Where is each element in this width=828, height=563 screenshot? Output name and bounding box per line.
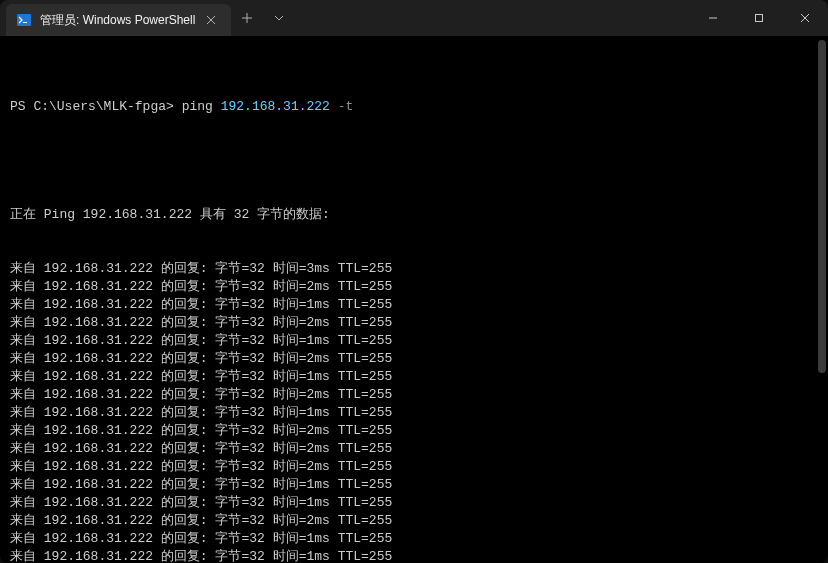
prompt-line: PS C:\Users\MLK-fpga> ping 192.168.31.22…: [10, 98, 818, 116]
blank-line: [10, 152, 818, 170]
ping-reply-line: 来自 192.168.31.222 的回复: 字节=32 时间=3ms TTL=…: [10, 260, 818, 278]
ping-intro: 正在 Ping 192.168.31.222 具有 32 字节的数据:: [10, 206, 818, 224]
powershell-icon: [16, 12, 32, 28]
titlebar-drag-area[interactable]: [295, 0, 690, 36]
maximize-button[interactable]: [736, 0, 782, 36]
ping-reply-line: 来自 192.168.31.222 的回复: 字节=32 时间=1ms TTL=…: [10, 494, 818, 512]
ping-reply-line: 来自 192.168.31.222 的回复: 字节=32 时间=1ms TTL=…: [10, 548, 818, 563]
svg-rect-0: [17, 14, 31, 26]
ping-reply-line: 来自 192.168.31.222 的回复: 字节=32 时间=1ms TTL=…: [10, 368, 818, 386]
ping-reply-line: 来自 192.168.31.222 的回复: 字节=32 时间=1ms TTL=…: [10, 530, 818, 548]
ping-reply-line: 来自 192.168.31.222 的回复: 字节=32 时间=1ms TTL=…: [10, 404, 818, 422]
new-tab-button[interactable]: [231, 0, 263, 36]
ping-reply-line: 来自 192.168.31.222 的回复: 字节=32 时间=2ms TTL=…: [10, 278, 818, 296]
ping-reply-line: 来自 192.168.31.222 的回复: 字节=32 时间=1ms TTL=…: [10, 332, 818, 350]
ping-reply-line: 来自 192.168.31.222 的回复: 字节=32 时间=1ms TTL=…: [10, 296, 818, 314]
tab-close-button[interactable]: [203, 12, 219, 28]
ping-reply-line: 来自 192.168.31.222 的回复: 字节=32 时间=2ms TTL=…: [10, 512, 818, 530]
ping-reply-line: 来自 192.168.31.222 的回复: 字节=32 时间=2ms TTL=…: [10, 350, 818, 368]
terminal-output[interactable]: PS C:\Users\MLK-fpga> ping 192.168.31.22…: [0, 36, 828, 563]
tab-dropdown-button[interactable]: [263, 0, 295, 36]
window-titlebar: 管理员: Windows PowerShell: [0, 0, 828, 36]
ping-reply-line: 来自 192.168.31.222 的回复: 字节=32 时间=2ms TTL=…: [10, 440, 818, 458]
ping-reply-line: 来自 192.168.31.222 的回复: 字节=32 时间=2ms TTL=…: [10, 314, 818, 332]
tab-title: 管理员: Windows PowerShell: [40, 12, 195, 29]
ping-reply-line: 来自 192.168.31.222 的回复: 字节=32 时间=2ms TTL=…: [10, 458, 818, 476]
svg-rect-7: [756, 15, 763, 22]
tab-active[interactable]: 管理员: Windows PowerShell: [6, 4, 231, 36]
ping-reply-line: 来自 192.168.31.222 的回复: 字节=32 时间=2ms TTL=…: [10, 422, 818, 440]
ping-reply-line: 来自 192.168.31.222 的回复: 字节=32 时间=1ms TTL=…: [10, 476, 818, 494]
ping-reply-line: 来自 192.168.31.222 的回复: 字节=32 时间=2ms TTL=…: [10, 386, 818, 404]
scrollbar[interactable]: [818, 40, 826, 373]
minimize-button[interactable]: [690, 0, 736, 36]
ping-replies: 来自 192.168.31.222 的回复: 字节=32 时间=3ms TTL=…: [10, 260, 818, 563]
close-button[interactable]: [782, 0, 828, 36]
